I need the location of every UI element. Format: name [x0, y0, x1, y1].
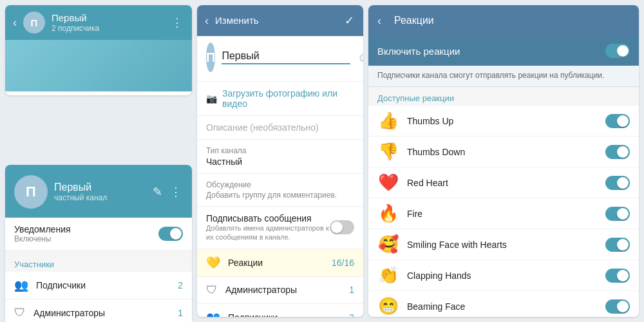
channel-title: Первый [52, 12, 170, 24]
profile-type: частный канал [54, 193, 107, 202]
notifications-label: Уведомления [14, 224, 158, 234]
fire-toggle[interactable] [605, 207, 630, 221]
mid-check-button[interactable]: ✓ [343, 12, 355, 29]
red-heart-label: Red Heart [407, 178, 605, 188]
reactions-list: 👍 Thumbs Up 👎 Thumbs Down ❤️ Red Heart 🔥… [368, 106, 639, 317]
channel-image [5, 40, 192, 91]
reactions-icon: 💛 [206, 256, 220, 270]
enable-reactions-toggle[interactable] [605, 44, 630, 58]
reaction-smiling-hearts: 🥰 Smiling Face with Hearts [368, 229, 639, 260]
fire-emoji: 🔥 [377, 204, 399, 223]
red-heart-emoji: ❤️ [377, 173, 399, 193]
emoji-button[interactable]: ☺ [357, 50, 363, 65]
admins-row[interactable]: 🛡 Администраторы 1 [5, 299, 192, 322]
right-header: ‹ Реакции [368, 5, 639, 36]
mid-avatar: П [206, 43, 215, 72]
mid-subscribers-icon: 👥 [206, 310, 220, 317]
reaction-fire: 🔥 Fire [368, 198, 639, 229]
mid-title: Изменить [215, 15, 343, 26]
thumbs-down-toggle[interactable] [605, 145, 630, 159]
more-button[interactable]: ⋮ [170, 14, 184, 31]
enable-reactions-label: Включить реакции [377, 46, 605, 57]
enable-reactions-desc: Подписчики канала смогут отправлять реак… [368, 66, 639, 87]
avatar: П [23, 12, 45, 33]
reaction-beaming: 😁 Beaming Face [368, 291, 639, 317]
mid-subscribers-row[interactable]: 👥 Подписчики 2 [197, 304, 363, 317]
edit-button[interactable]: ✎ [151, 184, 164, 200]
participants-section: Участники [5, 253, 192, 272]
name-edit-area: П ☺ [197, 36, 363, 82]
reactions-nav-item[interactable]: 💛 Реакции 16/16 [197, 249, 363, 277]
subscribers-row[interactable]: 👥 Подписчики 2 [5, 272, 192, 299]
clapping-toggle[interactable] [605, 269, 630, 283]
clapping-label: Clapping Hands [407, 270, 605, 281]
beaming-emoji: 😁 [377, 296, 399, 316]
smiling-hearts-emoji: 🥰 [377, 234, 399, 254]
fire-label: Fire [407, 209, 605, 219]
channel-type-row: Тип канала Частный [197, 140, 363, 174]
right-back-button[interactable]: ‹ [377, 14, 381, 28]
participants-list: 👥 Подписчики 2 🛡 Администраторы 1 [5, 272, 192, 322]
left-top-header: ‹ П Первый 2 подписчика ⋮ [5, 5, 192, 40]
notifications-status: Включены [14, 234, 158, 243]
reaction-red-heart: ❤️ Red Heart [368, 167, 639, 198]
thumbs-up-toggle[interactable] [605, 114, 630, 128]
notifications-row: Уведомления Включены [5, 218, 192, 251]
thumbs-up-label: Thumbs Up [407, 116, 605, 126]
profile-avatar: П [14, 175, 48, 209]
channel-name-input[interactable] [222, 50, 350, 64]
profile-section: П Первый частный канал ✎ ⋮ [5, 165, 192, 218]
mid-admins-icon: 🛡 [206, 283, 218, 297]
camera-icon: 📷 [206, 93, 217, 104]
right-title: Реакции [394, 15, 434, 26]
discussion-row: Обсуждение Добавить группу для комментар… [197, 174, 363, 207]
reaction-thumbs-up: 👍 Thumbs Up [368, 106, 639, 137]
upload-row[interactable]: 📷 Загрузить фотографию или видео [197, 82, 363, 116]
reaction-thumbs-down: 👎 Thumbs Down [368, 137, 639, 167]
smiling-hearts-toggle[interactable] [605, 238, 630, 252]
enable-reactions-row: Включить реакции [368, 36, 639, 66]
description-row[interactable]: Описание (необязательно) [197, 116, 363, 140]
reaction-clapping: 👏 Clapping Hands [368, 260, 639, 291]
available-reactions-header: Доступные реакции [368, 87, 639, 106]
admins-icon: 🛡 [14, 306, 26, 319]
clapping-emoji: 👏 [377, 265, 399, 285]
mid-panel: ‹ Изменить ✓ П ☺ 📷 Загрузить фотографию … [197, 5, 363, 317]
beaming-label: Beaming Face [407, 301, 605, 312]
notifications-toggle[interactable] [158, 227, 183, 241]
more-button-bottom[interactable]: ⋮ [169, 184, 183, 200]
subscribers-icon: 👥 [14, 278, 28, 292]
right-panel: ‹ Реакции Включить реакции Подписчики ка… [368, 5, 639, 317]
mid-admins-row[interactable]: 🛡 Администраторы 1 [197, 277, 363, 304]
mid-header: ‹ Изменить ✓ [197, 5, 363, 36]
smiling-hearts-label: Smiling Face with Hearts [407, 240, 605, 250]
beaming-toggle[interactable] [605, 299, 630, 314]
sign-messages-toggle[interactable] [330, 220, 354, 234]
mid-back-button[interactable]: ‹ [205, 14, 209, 28]
sign-messages-row: Подписывать сообщения Добавлять имена ад… [197, 207, 363, 249]
red-heart-toggle[interactable] [605, 176, 630, 190]
thumbs-down-emoji: 👎 [377, 142, 399, 162]
thumbs-up-emoji: 👍 [377, 111, 399, 131]
subscriber-count: 2 подписчика [52, 24, 170, 33]
thumbs-down-label: Thumbs Down [407, 147, 605, 157]
profile-name: Первый [54, 182, 107, 193]
back-button[interactable]: ‹ [13, 16, 17, 30]
